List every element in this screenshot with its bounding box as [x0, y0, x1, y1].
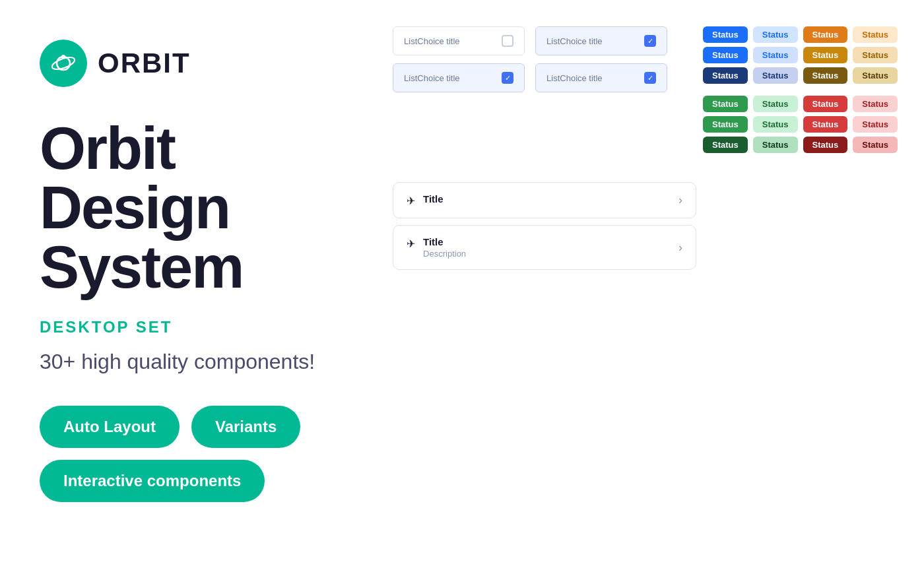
badge-green2-solid[interactable]: Status: [703, 116, 748, 133]
badges-row-1: Status Status Status Status: [703, 26, 898, 43]
trip-item-2[interactable]: ✈ Title Description ›: [393, 225, 696, 270]
status-badges-area: Status Status Status Status Status Statu…: [703, 26, 898, 161]
checkbox-checked[interactable]: ✓: [644, 35, 656, 47]
badge-green-solid-1[interactable]: Status: [703, 96, 748, 112]
headline: Orbit Design System: [40, 119, 333, 297]
badges-row-3: Status Status Status Status: [703, 67, 898, 84]
badges-row-6: Status Status Status Status: [703, 137, 898, 153]
pill-variants[interactable]: Variants: [191, 406, 300, 448]
chevron-right-icon-2: ›: [678, 241, 682, 255]
list-choice-row-2: ListChoice title ✓ ListChoice title ✓: [393, 63, 683, 92]
subheading: 30+ high quality components!: [40, 350, 333, 374]
checkmark-icon: ✓: [647, 75, 653, 82]
badge-blue2-solid[interactable]: Status: [703, 47, 748, 63]
badge-darkgreen-light[interactable]: Status: [753, 137, 798, 153]
badge-navy-light[interactable]: Status: [753, 67, 798, 84]
list-choice-checked-3[interactable]: ListChoice title ✓: [535, 63, 667, 92]
pill-auto-layout[interactable]: Auto Layout: [40, 406, 180, 448]
badges-group-1: Status Status Status Status Status Statu…: [703, 26, 898, 84]
badge-red-light-1[interactable]: Status: [853, 96, 898, 112]
logo-text: ORBIT: [98, 48, 191, 79]
badges-group-2: Status Status Status Status Status Statu…: [703, 96, 898, 153]
list-choice-unchecked-1[interactable]: ListChoice title: [393, 26, 525, 55]
list-choice-row-1: ListChoice title ListChoice title ✓: [393, 26, 683, 55]
trip-item-content-2: Title Description: [423, 236, 466, 259]
badge-blue-solid-1[interactable]: Status: [703, 26, 748, 43]
list-choice-label: ListChoice title: [404, 36, 460, 46]
logo-area: ORBIT: [40, 40, 333, 87]
badge-darkred-solid[interactable]: Status: [803, 137, 848, 153]
badge-orange-solid-1[interactable]: Status: [803, 26, 848, 43]
badge-blue-light-1[interactable]: Status: [753, 26, 798, 43]
badge-tan-light[interactable]: Status: [853, 47, 898, 63]
list-choice-label: ListChoice title: [404, 73, 460, 83]
badge-darkgreen-solid[interactable]: Status: [703, 137, 748, 153]
trip-title-1: Title: [423, 193, 444, 205]
badge-darkred-light[interactable]: Status: [853, 137, 898, 153]
logo-circle: [40, 40, 87, 87]
pill-interactive[interactable]: Interactive components: [40, 460, 265, 502]
checkmark-icon: ✓: [505, 75, 511, 82]
badges-row-2: Status Status Status Status: [703, 47, 898, 63]
list-choice-checked-1[interactable]: ListChoice title ✓: [535, 26, 667, 55]
trip-item-left-1: ✈ Title: [407, 193, 444, 207]
badge-red-solid-1[interactable]: Status: [803, 96, 848, 112]
trip-item-left-2: ✈ Title Description: [407, 236, 466, 259]
page-wrapper: ORBIT Orbit Design System DESKTOP SET 30…: [0, 0, 924, 570]
checkbox-checked[interactable]: ✓: [502, 72, 513, 84]
badge-navy-solid[interactable]: Status: [703, 67, 748, 84]
badge-red2-light[interactable]: Status: [853, 116, 898, 133]
badge-green2-light[interactable]: Status: [753, 116, 798, 133]
right-bottom: ✈ Title › ✈ Title Description: [393, 182, 898, 270]
desktop-set-label: DESKTOP SET: [40, 318, 333, 336]
list-choices-area: ListChoice title ListChoice title ✓ List…: [393, 26, 683, 92]
badge-red2-solid[interactable]: Status: [803, 116, 848, 133]
trip-item-content-1: Title: [423, 193, 444, 205]
list-choice-label: ListChoice title: [546, 73, 603, 83]
badge-blue2-light[interactable]: Status: [753, 47, 798, 63]
list-choice-checked-2[interactable]: ListChoice title ✓: [393, 63, 525, 92]
svg-point-2: [61, 55, 65, 59]
orbit-logo-icon: [50, 50, 77, 77]
trip-item-1[interactable]: ✈ Title ›: [393, 182, 696, 218]
badges-row-5: Status Status Status Status: [703, 116, 898, 133]
trip-items-area: ✈ Title › ✈ Title Description: [393, 182, 696, 270]
left-section: ORBIT Orbit Design System DESKTOP SET 30…: [0, 0, 366, 570]
right-top: ListChoice title ListChoice title ✓ List…: [393, 26, 898, 161]
trip-description-2: Description: [423, 249, 466, 259]
badge-green-light-1[interactable]: Status: [753, 96, 798, 112]
trip-title-2: Title: [423, 236, 466, 247]
badges-row-4: Status Status Status Status: [703, 96, 898, 112]
plane-icon: ✈: [407, 238, 415, 250]
checkbox-checked[interactable]: ✓: [644, 72, 656, 84]
right-section: ListChoice title ListChoice title ✓ List…: [366, 0, 924, 570]
badge-darktan-light[interactable]: Status: [853, 67, 898, 84]
plane-icon: ✈: [407, 195, 415, 207]
badge-darktan-solid[interactable]: Status: [803, 67, 848, 84]
feature-pills: Auto Layout Variants Interactive compone…: [40, 406, 333, 502]
badge-orange-light-1[interactable]: Status: [853, 26, 898, 43]
list-choice-label: ListChoice title: [546, 36, 603, 46]
checkmark-icon: ✓: [647, 38, 653, 45]
badge-tan-solid[interactable]: Status: [803, 47, 848, 63]
chevron-right-icon-1: ›: [678, 193, 682, 207]
checkbox-unchecked[interactable]: [502, 35, 513, 47]
